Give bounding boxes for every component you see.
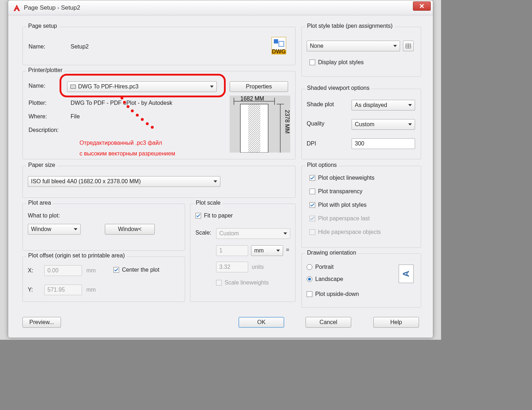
group-label-orientation: Drawing orientation xyxy=(305,250,358,256)
paper-size-combo[interactable]: ISO full bleed 4A0 (1682.00 x 2378.00 MM… xyxy=(28,176,220,187)
dpi-label: DPI xyxy=(307,140,316,147)
center-the-plot-check[interactable]: Center the plot xyxy=(113,267,159,273)
group-drawing-orientation: Drawing orientation Portrait Landscape P… xyxy=(301,253,421,308)
quality-label: Quality xyxy=(307,121,324,127)
plot-lineweights-check[interactable]: Plot object lineweights xyxy=(310,175,374,181)
group-label-plot-offset: Plot offset (origin set to printable are… xyxy=(26,252,127,259)
scale-numerator-input[interactable]: 1 xyxy=(216,245,248,256)
what-to-plot-combo[interactable]: Window xyxy=(28,224,81,235)
plotter-icon xyxy=(70,84,76,89)
group-label-plot-scale: Plot scale xyxy=(194,200,222,206)
landscape-radio[interactable]: Landscape xyxy=(307,276,343,282)
svg-text:1682 MM: 1682 MM xyxy=(240,96,264,102)
portrait-radio[interactable]: Portrait xyxy=(307,264,334,270)
upside-down-check[interactable]: Plot upside-down xyxy=(307,291,359,297)
dwg-icon: DWG xyxy=(271,36,287,56)
plot-with-plot-styles-check[interactable]: Plot with plot styles xyxy=(310,202,367,208)
shade-plot-label: Shade plot xyxy=(307,101,334,108)
plot-style-edit-button[interactable] xyxy=(403,41,414,51)
offset-y-unit: mm xyxy=(86,287,96,293)
svg-rect-16 xyxy=(248,104,260,153)
page-setup-dialog: Page Setup - Setup2 Page setup Name: Set… xyxy=(8,0,433,338)
ok-button[interactable]: OK xyxy=(239,317,284,328)
orientation-icon: A xyxy=(399,265,414,283)
group-plot-scale: Plot scale Fit to paper Scale: Custom 1 … xyxy=(190,204,296,302)
fit-to-paper-check[interactable]: Fit to paper xyxy=(195,212,233,219)
units-label: units xyxy=(252,264,264,270)
group-plot-area: Plot area What to plot: Window Window< xyxy=(22,204,185,251)
where-label: Where: xyxy=(29,113,47,120)
properties-button[interactable]: Properties xyxy=(230,81,288,92)
scale-label: Scale: xyxy=(195,230,211,236)
group-label-shaded-viewport: Shaded viewport options xyxy=(305,85,371,91)
cancel-button[interactable]: Cancel xyxy=(306,317,351,328)
shade-plot-combo[interactable]: As displayed xyxy=(352,100,415,111)
offset-x-input[interactable]: 0.00 xyxy=(44,265,82,276)
group-plot-options: Plot options Plot object lineweights Plo… xyxy=(301,166,421,248)
offset-x-label: X: xyxy=(28,267,33,274)
scale-lineweights-check: Scale lineweights xyxy=(216,280,269,286)
offset-y-label: Y: xyxy=(28,287,33,293)
group-plot-style-table: Plot style table (pen assignments) None … xyxy=(301,27,421,77)
dpi-input[interactable]: 300 xyxy=(352,138,415,149)
offset-y-input[interactable]: 571.95 xyxy=(44,285,82,295)
close-icon xyxy=(419,4,425,9)
description-label: Description: xyxy=(29,127,58,133)
scale-denominator-input[interactable]: 3.32 xyxy=(216,262,248,272)
group-shaded-viewport: Shaded viewport options Shade plot As di… xyxy=(301,89,421,159)
table-icon xyxy=(405,43,411,49)
equals-sign: = xyxy=(286,247,289,253)
svg-rect-6 xyxy=(71,86,75,88)
hide-paperspace-check: Hide paperspace objects xyxy=(310,229,381,235)
group-paper-size: Paper size ISO full bleed 4A0 (1682.00 x… xyxy=(22,166,296,198)
group-label-printer: Printer/plotter xyxy=(26,67,64,73)
group-label-page-setup: Page setup xyxy=(26,23,59,29)
svg-rect-3 xyxy=(274,39,278,43)
group-label-plot-style: Plot style table (pen assignments) xyxy=(305,23,394,29)
page-setup-name-label: Name: xyxy=(29,43,45,50)
group-label-plot-options: Plot options xyxy=(305,162,339,168)
scale-combo[interactable]: Custom xyxy=(216,228,290,239)
annotation-text: Отредактированный .pc3 файл с высоким ве… xyxy=(78,137,177,159)
group-label-paper-size: Paper size xyxy=(26,162,57,168)
where-value: File xyxy=(71,113,80,120)
group-label-plot-area: Plot area xyxy=(26,200,53,206)
plotter-label: Plotter: xyxy=(29,100,47,106)
plotter-value: DWG To PDF - PDF ePlot - by Autodesk xyxy=(71,100,172,106)
group-page-setup: Page setup Name: Setup2 DWG xyxy=(22,27,296,65)
paper-preview-canvas: 1682 MM 2378 MM xyxy=(230,96,290,153)
page-setup-name: Setup2 xyxy=(71,43,89,50)
plot-transparency-check[interactable]: Plot transparency xyxy=(310,188,363,195)
plot-style-combo[interactable]: None xyxy=(307,41,400,51)
printer-name-value: DWG To PDF-Hires.pc3 xyxy=(78,83,139,90)
preview-button[interactable]: Preview... xyxy=(22,317,61,328)
what-to-plot-label: What to plot: xyxy=(28,212,60,219)
svg-text:2378 MM: 2378 MM xyxy=(284,110,290,134)
plot-paperspace-last-check: Plot paperspace last xyxy=(310,215,370,222)
autocad-icon xyxy=(12,4,21,12)
window-title: Page Setup - Setup2 xyxy=(24,4,80,11)
window-button[interactable]: Window< xyxy=(105,224,155,235)
help-button[interactable]: Help xyxy=(373,317,419,328)
titlebar: Page Setup - Setup2 xyxy=(8,0,433,15)
display-plot-styles-check[interactable]: Display plot styles xyxy=(310,59,364,66)
scale-unit-combo[interactable]: mm xyxy=(251,245,283,256)
close-button[interactable] xyxy=(413,1,431,11)
printer-name-combo[interactable]: DWG To PDF-Hires.pc3 xyxy=(67,81,217,92)
svg-text:DWG: DWG xyxy=(272,48,286,55)
offset-x-unit: mm xyxy=(86,267,96,274)
group-plot-offset: Plot offset (origin set to printable are… xyxy=(22,256,185,302)
paper-preview: 1682 MM 2378 MM xyxy=(230,96,290,153)
quality-combo[interactable]: Custom xyxy=(352,119,415,130)
printer-name-label: Name: xyxy=(29,83,45,89)
